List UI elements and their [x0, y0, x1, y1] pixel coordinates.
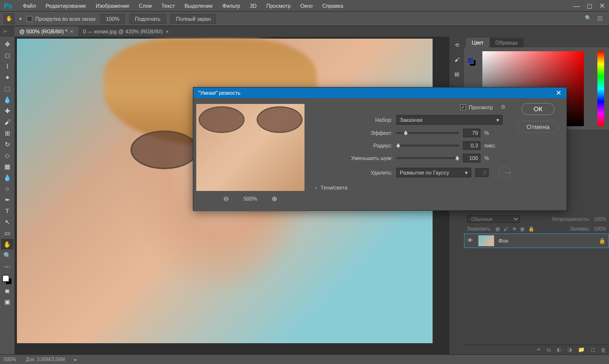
crop-tool[interactable]: ⬚	[1, 83, 14, 94]
menu-window[interactable]: Окно	[295, 1, 318, 11]
mask-icon[interactable]: ◐	[557, 347, 562, 353]
menu-select[interactable]: Выделение	[180, 1, 218, 11]
shadows-highlights-toggle[interactable]: › Тени/света	[315, 185, 559, 190]
more-tools-icon[interactable]: ⋯	[1, 261, 14, 272]
menu-view[interactable]: Просмотр	[261, 1, 295, 11]
wand-tool[interactable]: ✦	[1, 72, 14, 83]
lock-brush-icon[interactable]: 🖌	[504, 226, 508, 232]
scroll-all-checkbox[interactable]: Прокрутка во всех окнах	[27, 16, 96, 22]
lasso-tool[interactable]: ⌇	[1, 61, 14, 72]
screenmode-tool[interactable]: ▣	[1, 296, 14, 307]
hand-tool-icon[interactable]: ✋	[4, 14, 14, 24]
layer-thumbnail[interactable]	[478, 235, 494, 247]
quickmask-tool[interactable]: ◙	[1, 285, 14, 296]
zoom-tool[interactable]: 🔍	[1, 250, 14, 261]
layer-row[interactable]: 👁 Фон 🔒	[464, 233, 609, 248]
menu-filter[interactable]: Фильтр	[218, 1, 245, 11]
lock-artboard-icon[interactable]: ▣	[520, 226, 524, 232]
menu-image[interactable]: Изображение	[91, 1, 134, 11]
hand-tool[interactable]: ✋	[1, 239, 14, 249]
maximize-icon[interactable]: ◻	[587, 2, 593, 10]
menu-layer[interactable]: Слои	[134, 1, 157, 11]
link-icon[interactable]: ⚭	[536, 347, 541, 353]
menu-help[interactable]: Справка	[318, 1, 348, 11]
gradient-tool[interactable]: ▦	[1, 161, 14, 172]
lock-position-icon[interactable]: ✥	[512, 226, 516, 232]
effect-input[interactable]	[463, 129, 480, 137]
dialog-close-icon[interactable]: ✕	[556, 89, 562, 97]
delete-icon[interactable]: 🗑	[601, 347, 606, 353]
preset-select[interactable]: Заказная▾	[396, 115, 503, 125]
tab-expand-icon[interactable]: ≫	[3, 29, 7, 34]
move-tool[interactable]: ✥	[1, 39, 14, 49]
noise-input[interactable]	[463, 154, 480, 162]
minimize-icon[interactable]: —	[573, 2, 580, 10]
fx-icon[interactable]: fx	[547, 347, 551, 353]
radius-slider[interactable]	[396, 145, 459, 146]
type-tool[interactable]: T	[1, 205, 14, 216]
stamp-tool[interactable]: ⊞	[1, 128, 14, 138]
color-tab[interactable]: Цвет	[466, 38, 490, 47]
history-brush-tool[interactable]: ↻	[1, 139, 14, 149]
preview-checkbox[interactable]: ✓ Просмотр	[460, 104, 493, 110]
zoom-in-icon[interactable]: ⊕	[272, 195, 277, 203]
color-swatches[interactable]	[2, 275, 12, 285]
fullscreen-button[interactable]: Полный экран	[171, 14, 216, 24]
search-icon[interactable]: 🔍	[585, 15, 593, 23]
controls-column: ОК Отмена ✓ Просмотр ⚙ Набор: Заказная▾	[307, 98, 566, 211]
status-doc[interactable]: Док: 3,56M/3,56M	[26, 357, 65, 362]
lock-all-icon[interactable]: 🔒	[528, 226, 534, 232]
cancel-button[interactable]: Отмена	[517, 121, 559, 133]
ok-button[interactable]: ОК	[522, 103, 554, 115]
zoom-out-icon[interactable]: ⊖	[223, 195, 229, 203]
shape-tool[interactable]: ▭	[1, 228, 14, 238]
preview-image[interactable]	[196, 104, 304, 191]
eyedropper-tool[interactable]: 💧	[1, 94, 14, 105]
chevron-down-icon[interactable]: ▾	[19, 16, 22, 21]
effect-slider[interactable]	[396, 132, 459, 134]
pen-tool[interactable]: ✒	[1, 194, 14, 205]
menu-file[interactable]: Файл	[18, 1, 41, 11]
tab-close-icon[interactable]: ×	[166, 29, 169, 34]
healing-tool[interactable]: ✚	[1, 105, 14, 116]
brush-settings-icon[interactable]: 🖌	[452, 55, 461, 64]
brushes-icon[interactable]: ▤	[452, 70, 461, 78]
gear-icon[interactable]: ⚙	[501, 104, 506, 110]
adjustment-icon[interactable]: ◑	[567, 347, 572, 353]
document-tab-1[interactable]: @ 500% (RGB/8#) * ×	[14, 27, 78, 36]
blur-tool[interactable]: 💧	[1, 172, 14, 183]
dodge-tool[interactable]: ○	[1, 183, 14, 194]
new-layer-icon[interactable]: ◻	[591, 347, 595, 353]
status-zoom[interactable]: 500%	[4, 357, 16, 362]
radius-input[interactable]	[463, 141, 480, 150]
remove-select[interactable]: Размытие по Гауссу▾	[396, 168, 471, 177]
menu-type[interactable]: Текст	[157, 1, 180, 11]
hue-slider[interactable]	[597, 51, 604, 126]
document-tab-2[interactable]: 0 — копия.jpg @ 420% (RGB/8#) ×	[78, 27, 174, 36]
noise-slider[interactable]	[396, 157, 459, 159]
fg-color-swatch[interactable]	[467, 57, 474, 64]
opacity-value[interactable]: 100%	[594, 217, 606, 222]
menu-3d[interactable]: 3D	[245, 1, 261, 11]
brush-tool[interactable]: 🖌	[1, 116, 14, 127]
panel-toggle-icon[interactable]: ◫	[597, 15, 605, 23]
zoom-value-button[interactable]: 100%	[101, 14, 125, 24]
tab-close-icon[interactable]: ×	[70, 29, 73, 34]
blend-mode-select[interactable]: Обычные	[467, 215, 520, 223]
layer-name[interactable]: Фон	[498, 238, 508, 244]
swatches-tab[interactable]: Образцы	[490, 38, 523, 47]
eraser-tool[interactable]: ◇	[1, 150, 14, 160]
fill-value[interactable]: 100%	[594, 226, 606, 232]
status-arrow-icon[interactable]: ▸	[74, 357, 77, 362]
fit-button[interactable]: Подогнать	[130, 14, 166, 24]
dialog-titlebar[interactable]: "Умная" резкость ✕	[193, 87, 566, 98]
visibility-icon[interactable]: 👁	[467, 237, 474, 244]
menu-edit[interactable]: Редактирование	[41, 1, 91, 11]
history-icon[interactable]: ⟲	[452, 41, 461, 49]
close-icon[interactable]: ✕	[599, 2, 605, 10]
lock-pixels-icon[interactable]: ▦	[495, 226, 500, 232]
group-icon[interactable]: 📁	[578, 347, 585, 353]
effect-label: Эффект:	[315, 130, 392, 136]
path-tool[interactable]: ↖	[1, 217, 14, 227]
marquee-tool[interactable]: ◻	[1, 50, 14, 60]
